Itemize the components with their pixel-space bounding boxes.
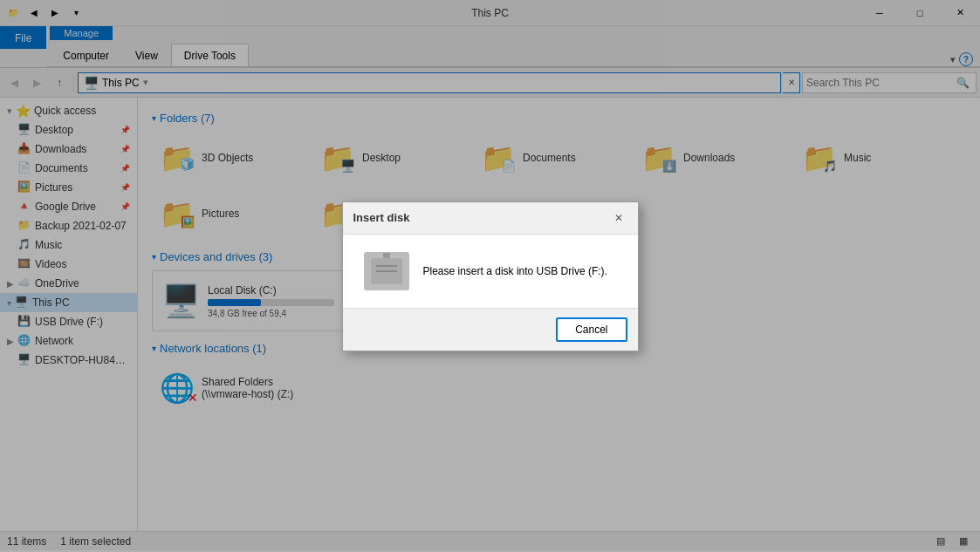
modal-title: Insert disk <box>353 211 410 224</box>
modal-body: Please insert a disk into USB Drive (F:)… <box>343 235 638 308</box>
insert-disk-modal: Insert disk ✕ Please insert a disk into … <box>342 201 639 351</box>
modal-title-bar: Insert disk ✕ <box>343 202 638 235</box>
modal-close-button[interactable]: ✕ <box>610 209 627 227</box>
modal-footer: Cancel <box>343 308 638 351</box>
modal-message: Please insert a disk into USB Drive (F:)… <box>423 265 607 277</box>
cancel-button[interactable]: Cancel <box>556 317 627 342</box>
usb-icon <box>364 252 409 290</box>
modal-overlay: Insert disk ✕ Please insert a disk into … <box>0 0 980 552</box>
